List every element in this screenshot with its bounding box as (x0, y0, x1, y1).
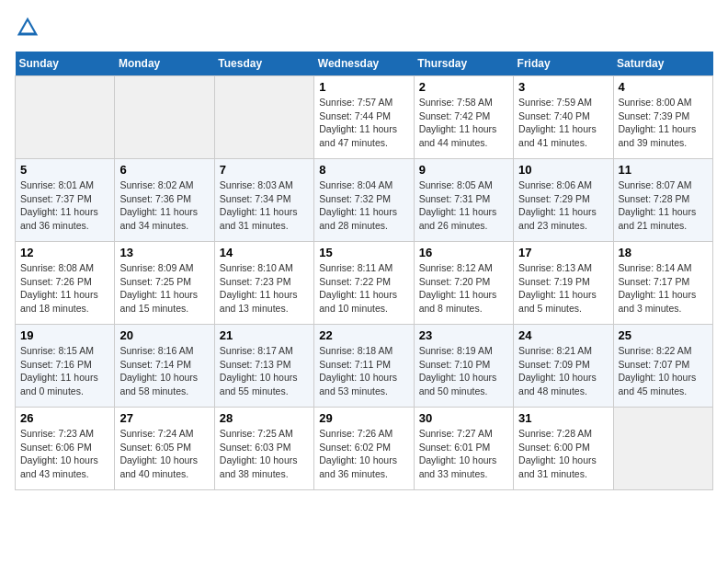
week-row-3: 12Sunrise: 8:08 AMSunset: 7:26 PMDayligh… (16, 242, 713, 325)
day-number: 5 (20, 163, 109, 177)
day-number: 2 (419, 80, 508, 94)
cell-text: Sunrise: 8:02 AMSunset: 7:36 PMDaylight:… (119, 179, 198, 231)
calendar-cell: 12Sunrise: 8:08 AMSunset: 7:26 PMDayligh… (16, 242, 115, 325)
calendar-cell: 14Sunrise: 8:10 AMSunset: 7:23 PMDayligh… (214, 242, 313, 325)
day-number: 1 (319, 80, 408, 94)
day-header-tuesday: Tuesday (214, 52, 313, 76)
cell-text: Sunrise: 8:12 AMSunset: 7:20 PMDaylight:… (419, 262, 497, 314)
calendar-cell: 28Sunrise: 7:25 AMSunset: 6:03 PMDayligh… (214, 408, 313, 490)
calendar-table: SundayMondayTuesdayWednesdayThursdayFrid… (15, 52, 713, 490)
cell-text: Sunrise: 8:18 AMSunset: 7:11 PMDaylight:… (319, 345, 397, 396)
cell-text: Sunrise: 8:13 AMSunset: 7:19 PMDaylight:… (518, 262, 597, 314)
cell-text: Sunrise: 8:03 AMSunset: 7:34 PMDaylight:… (220, 179, 298, 231)
day-number: 7 (220, 163, 309, 177)
day-number: 25 (619, 328, 708, 342)
day-number: 14 (220, 246, 309, 259)
cell-text: Sunrise: 7:24 AMSunset: 6:05 PMDaylight:… (119, 428, 198, 479)
cell-text: Sunrise: 8:17 AMSunset: 7:13 PMDaylight:… (220, 345, 298, 396)
week-row-1: 1Sunrise: 7:57 AMSunset: 7:44 PMDaylight… (16, 76, 713, 159)
day-number: 15 (319, 246, 408, 259)
cell-text: Sunrise: 8:06 AMSunset: 7:29 PMDaylight:… (518, 179, 597, 231)
calendar-cell (214, 76, 313, 159)
cell-text: Sunrise: 8:05 AMSunset: 7:31 PMDaylight:… (419, 179, 497, 231)
cell-text: Sunrise: 8:00 AMSunset: 7:39 PMDaylight:… (619, 97, 697, 148)
header-row: SundayMondayTuesdayWednesdayThursdayFrid… (16, 52, 713, 76)
cell-text: Sunrise: 8:09 AMSunset: 7:25 PMDaylight:… (119, 262, 198, 314)
logo-icon (15, 15, 40, 40)
cell-text: Sunrise: 8:21 AMSunset: 7:09 PMDaylight:… (518, 345, 597, 396)
cell-text: Sunrise: 8:10 AMSunset: 7:23 PMDaylight:… (220, 262, 298, 314)
calendar-cell: 16Sunrise: 8:12 AMSunset: 7:20 PMDayligh… (414, 242, 513, 325)
calendar-cell: 6Sunrise: 8:02 AMSunset: 7:36 PMDaylight… (115, 159, 214, 242)
day-number: 9 (419, 163, 508, 177)
calendar-cell: 13Sunrise: 8:09 AMSunset: 7:25 PMDayligh… (115, 242, 214, 325)
cell-text: Sunrise: 7:59 AMSunset: 7:40 PMDaylight:… (518, 97, 597, 148)
day-number: 17 (518, 246, 608, 259)
cell-text: Sunrise: 8:22 AMSunset: 7:07 PMDaylight:… (619, 345, 697, 396)
cell-text: Sunrise: 7:58 AMSunset: 7:42 PMDaylight:… (419, 97, 497, 148)
day-number: 30 (419, 411, 508, 425)
cell-text: Sunrise: 8:15 AMSunset: 7:16 PMDaylight:… (20, 345, 98, 396)
day-number: 21 (220, 328, 309, 342)
calendar-cell: 19Sunrise: 8:15 AMSunset: 7:16 PMDayligh… (16, 325, 115, 408)
calendar-cell: 21Sunrise: 8:17 AMSunset: 7:13 PMDayligh… (214, 325, 313, 408)
day-header-friday: Friday (514, 52, 613, 76)
day-header-saturday: Saturday (613, 52, 712, 76)
cell-text: Sunrise: 8:08 AMSunset: 7:26 PMDaylight:… (20, 262, 98, 314)
calendar-cell: 8Sunrise: 8:04 AMSunset: 7:32 PMDaylight… (314, 159, 414, 242)
calendar-cell: 5Sunrise: 8:01 AMSunset: 7:37 PMDaylight… (16, 159, 115, 242)
calendar-cell: 3Sunrise: 7:59 AMSunset: 7:40 PMDaylight… (514, 76, 613, 159)
logo (15, 15, 44, 40)
cell-text: Sunrise: 7:26 AMSunset: 6:02 PMDaylight:… (319, 428, 397, 479)
calendar-cell: 15Sunrise: 8:11 AMSunset: 7:22 PMDayligh… (314, 242, 414, 325)
calendar-cell: 18Sunrise: 8:14 AMSunset: 7:17 PMDayligh… (613, 242, 712, 325)
week-row-2: 5Sunrise: 8:01 AMSunset: 7:37 PMDaylight… (16, 159, 713, 242)
week-row-4: 19Sunrise: 8:15 AMSunset: 7:16 PMDayligh… (16, 325, 713, 408)
calendar-cell (115, 76, 214, 159)
calendar-cell: 23Sunrise: 8:19 AMSunset: 7:10 PMDayligh… (414, 325, 513, 408)
cell-text: Sunrise: 8:14 AMSunset: 7:17 PMDaylight:… (619, 262, 697, 314)
cell-text: Sunrise: 8:04 AMSunset: 7:32 PMDaylight:… (319, 179, 397, 231)
day-number: 26 (20, 411, 109, 425)
calendar-cell: 30Sunrise: 7:27 AMSunset: 6:01 PMDayligh… (414, 408, 513, 490)
calendar-cell: 4Sunrise: 8:00 AMSunset: 7:39 PMDaylight… (613, 76, 712, 159)
day-number: 10 (518, 163, 608, 177)
calendar-cell: 29Sunrise: 7:26 AMSunset: 6:02 PMDayligh… (314, 408, 414, 490)
calendar-cell: 20Sunrise: 8:16 AMSunset: 7:14 PMDayligh… (115, 325, 214, 408)
calendar-cell: 9Sunrise: 8:05 AMSunset: 7:31 PMDaylight… (414, 159, 513, 242)
day-number: 18 (619, 246, 708, 259)
calendar-cell: 7Sunrise: 8:03 AMSunset: 7:34 PMDaylight… (214, 159, 313, 242)
day-number: 13 (119, 246, 209, 259)
cell-text: Sunrise: 8:07 AMSunset: 7:28 PMDaylight:… (619, 179, 697, 231)
day-header-thursday: Thursday (414, 52, 513, 76)
day-number: 22 (319, 328, 408, 342)
cell-text: Sunrise: 8:19 AMSunset: 7:10 PMDaylight:… (419, 345, 497, 396)
calendar-cell (16, 76, 115, 159)
day-number: 23 (419, 328, 508, 342)
day-number: 24 (518, 328, 608, 342)
day-number: 27 (119, 411, 209, 425)
day-number: 20 (119, 328, 209, 342)
page-header (15, 15, 713, 40)
calendar-cell: 1Sunrise: 7:57 AMSunset: 7:44 PMDaylight… (314, 76, 414, 159)
cell-text: Sunrise: 7:28 AMSunset: 6:00 PMDaylight:… (518, 428, 597, 479)
cell-text: Sunrise: 8:11 AMSunset: 7:22 PMDaylight:… (319, 262, 397, 314)
calendar-cell: 24Sunrise: 8:21 AMSunset: 7:09 PMDayligh… (514, 325, 613, 408)
day-header-wednesday: Wednesday (314, 52, 414, 76)
day-number: 3 (518, 80, 608, 94)
week-row-5: 26Sunrise: 7:23 AMSunset: 6:06 PMDayligh… (16, 408, 713, 490)
cell-text: Sunrise: 8:01 AMSunset: 7:37 PMDaylight:… (20, 179, 98, 231)
calendar-cell: 10Sunrise: 8:06 AMSunset: 7:29 PMDayligh… (514, 159, 613, 242)
calendar-cell: 27Sunrise: 7:24 AMSunset: 6:05 PMDayligh… (115, 408, 214, 490)
calendar-cell: 26Sunrise: 7:23 AMSunset: 6:06 PMDayligh… (16, 408, 115, 490)
cell-text: Sunrise: 7:27 AMSunset: 6:01 PMDaylight:… (419, 428, 497, 479)
day-number: 6 (119, 163, 209, 177)
day-header-monday: Monday (115, 52, 214, 76)
calendar-cell: 11Sunrise: 8:07 AMSunset: 7:28 PMDayligh… (613, 159, 712, 242)
day-header-sunday: Sunday (16, 52, 115, 76)
day-number: 16 (419, 246, 508, 259)
calendar-cell (613, 408, 712, 490)
calendar-cell: 31Sunrise: 7:28 AMSunset: 6:00 PMDayligh… (514, 408, 613, 490)
cell-text: Sunrise: 7:57 AMSunset: 7:44 PMDaylight:… (319, 97, 397, 148)
day-number: 28 (220, 411, 309, 425)
